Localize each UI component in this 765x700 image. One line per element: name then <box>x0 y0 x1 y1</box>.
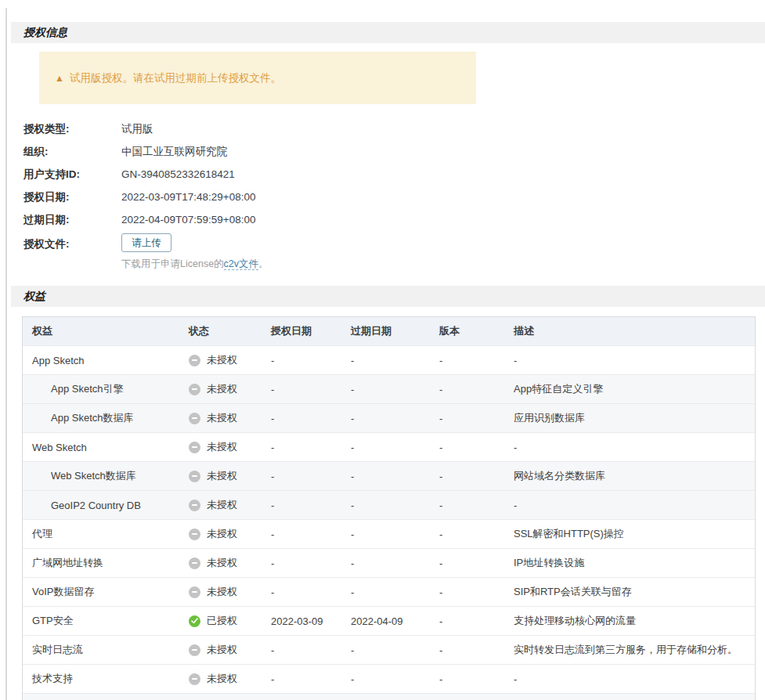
version-cell: - <box>439 586 514 598</box>
status-badge: 未授权 <box>189 411 271 425</box>
version-cell: - <box>439 529 514 540</box>
status-badge: 未授权 <box>189 643 271 657</box>
status-label: 未授权 <box>207 382 237 396</box>
status-badge: 已授权 <box>189 614 271 628</box>
field-value: 2022-03-09T17:48:29+08:00 <box>121 191 256 203</box>
status-badge: 未授权 <box>189 672 271 686</box>
status-badge: 未授权 <box>189 382 271 396</box>
description-cell: 实时转发日志流到第三方服务，用于存储和分析。 <box>514 643 755 657</box>
license-file-label: 授权文件: <box>23 233 121 271</box>
check-circle-icon <box>189 615 200 627</box>
description-cell: - <box>514 500 755 511</box>
status-label: 未授权 <box>207 643 237 657</box>
license-file-value: 请上传 下载用于申请License的c2v文件。 <box>121 233 269 271</box>
description-cell: 应用识别数据库 <box>514 411 755 425</box>
minus-circle-icon <box>189 673 200 685</box>
c2v-download-hint: 下载用于申请License的c2v文件。 <box>121 258 269 271</box>
description-cell: SSL解密和HTTP(S)操控 <box>514 527 755 541</box>
entitlement-name: App Sketch数据库 <box>32 411 189 425</box>
header-expire-date: 过期日期 <box>351 324 439 338</box>
warning-triangle-icon: ▲ <box>55 74 64 83</box>
entitlement-row: 实时日志流未授权---实时转发日志流到第三方服务，用于存储和分析。 <box>23 635 755 664</box>
auth-date-cell: - <box>271 586 351 598</box>
status-badge: 未授权 <box>189 469 271 483</box>
minus-circle-icon <box>189 442 200 453</box>
entitlements-title: 权益 <box>23 290 45 302</box>
status-label: 未授权 <box>207 672 237 686</box>
status-label: 未授权 <box>207 556 237 570</box>
entitlements-section-header: 权益 <box>11 286 765 307</box>
minus-circle-icon <box>189 557 200 569</box>
license-field-row: 过期日期:2022-04-09T07:59:59+08:00 <box>11 208 765 231</box>
version-cell: - <box>439 644 514 656</box>
field-value: 试用版 <box>121 122 153 136</box>
entitlements-table-header: 权益 状态 授权日期 过期日期 版本 描述 <box>23 317 755 345</box>
description-cell: 支持处理移动核心网的流量 <box>514 614 755 628</box>
status-label: 未授权 <box>207 527 237 541</box>
status-label: 未授权 <box>207 585 237 599</box>
auth-date-cell: - <box>271 384 351 395</box>
field-label: 授权日期: <box>23 190 121 204</box>
entitlement-row: App Sketch数据库未授权---应用识别数据库 <box>23 403 755 432</box>
entitlement-name: 广域网地址转换 <box>32 556 189 570</box>
license-page: 授权信息 ▲ 试用版授权。请在试用过期前上传授权文件。 授权类型:试用版组织:中… <box>11 0 765 700</box>
entitlement-name: App Sketch <box>32 355 189 366</box>
auth-date-cell: - <box>271 644 351 656</box>
expire-date-cell: - <box>351 384 439 395</box>
entitlement-name: GeoIP2 Country DB <box>32 500 189 511</box>
entitlement-name: VoIP数据留存 <box>32 585 189 599</box>
header-status: 状态 <box>189 324 271 338</box>
minus-circle-icon <box>189 644 200 656</box>
hint-suffix: 。 <box>258 258 269 269</box>
entitlements-table-body: App Sketch未授权----App Sketch引擎未授权---App特征… <box>23 345 755 700</box>
entitlement-row: Web Sketch数据库未授权---网站域名分类数据库 <box>23 461 755 490</box>
auth-date-cell: 2022-03-09 <box>271 615 351 627</box>
version-cell: - <box>439 413 514 424</box>
entitlement-row: 代理未授权---SSL解密和HTTP(S)操控 <box>23 519 755 548</box>
description-cell: SIP和RTP会话关联与留存 <box>514 585 755 599</box>
trial-warning-banner: ▲ 试用版授权。请在试用过期前上传授权文件。 <box>39 52 476 104</box>
field-label: 过期日期: <box>23 213 121 227</box>
description-cell: - <box>514 673 755 685</box>
license-field-row: 用户支持ID:GN-3940852332618421 <box>11 163 765 186</box>
description-cell: IP地址转换设施 <box>514 556 755 570</box>
description-cell: - <box>514 355 755 366</box>
status-label: 已授权 <box>207 614 237 628</box>
status-label: 未授权 <box>207 440 237 454</box>
status-badge: 未授权 <box>189 527 271 541</box>
license-info-title: 授权信息 <box>23 26 67 38</box>
upload-button[interactable]: 请上传 <box>121 233 171 252</box>
status-label: 未授权 <box>207 498 237 512</box>
license-info-section-header: 授权信息 <box>11 22 765 43</box>
license-field-row: 组织:中国工业互联网研究院 <box>11 140 765 163</box>
entitlement-name: 技术支持 <box>32 672 189 686</box>
license-file-row: 授权文件: 请上传 下载用于申请License的c2v文件。 <box>11 233 765 271</box>
auth-date-cell: - <box>271 471 351 482</box>
field-label: 用户支持ID: <box>23 168 121 182</box>
version-cell: - <box>439 442 514 453</box>
auth-date-cell: - <box>271 500 351 511</box>
entitlement-name: 代理 <box>32 527 189 541</box>
license-field-row: 授权日期:2022-03-09T17:48:29+08:00 <box>11 186 765 208</box>
auth-date-cell: - <box>271 442 351 453</box>
entitlement-row: 技术支持未授权---- <box>23 664 755 693</box>
entitlement-row: GeoIP2 Country DB未授权---- <box>23 490 755 519</box>
entitlement-row: Web Sketch未授权---- <box>23 432 755 461</box>
license-field-row: 授权类型:试用版 <box>11 117 765 140</box>
version-cell: - <box>439 673 514 685</box>
entitlement-row: 广域网地址转换未授权---IP地址转换设施 <box>23 548 755 577</box>
entitlements-table: 权益 状态 授权日期 过期日期 版本 描述 App Sketch未授权----A… <box>22 316 756 700</box>
warning-text: 试用版授权。请在试用过期前上传授权文件。 <box>70 71 281 85</box>
c2v-file-link[interactable]: c2v文件 <box>224 258 258 270</box>
entitlement-name: App Sketch引擎 <box>32 382 189 396</box>
entitlement-name: Web Sketch数据库 <box>32 469 189 483</box>
field-label: 组织: <box>23 145 121 159</box>
minus-circle-icon <box>189 586 200 598</box>
header-entitlement: 权益 <box>32 324 189 338</box>
minus-circle-icon <box>189 355 200 366</box>
expire-date-cell: - <box>351 413 439 424</box>
version-cell: - <box>439 471 514 482</box>
status-badge: 未授权 <box>189 556 271 570</box>
entitlement-row: App Sketch未授权---- <box>23 345 755 374</box>
status-label: 未授权 <box>207 469 237 483</box>
